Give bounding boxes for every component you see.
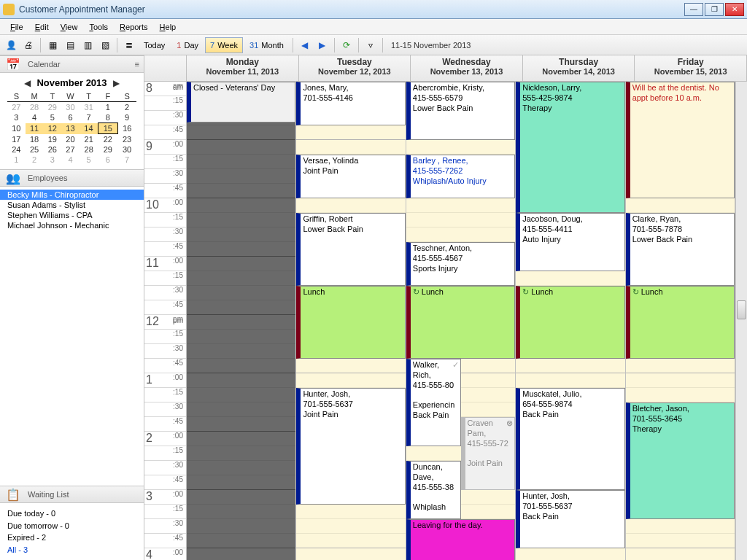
today-button[interactable]: Today [139,37,170,53]
mini-cal-day[interactable]: 17 [7,134,26,145]
mini-calendar-grid[interactable]: SMTWTFS272829303112345678910111213141516… [7,91,136,165]
mini-cal-day[interactable]: 11 [26,123,44,134]
appointment[interactable]: ↻Lunch [516,286,624,359]
menu-file[interactable]: File [4,21,29,33]
menu-reports[interactable]: Reports [114,21,154,33]
mini-cal-day[interactable]: 26 [43,144,61,155]
appointment[interactable]: Leaving for the day. [406,519,515,560]
mini-cal-day[interactable]: 2 [26,155,44,165]
scrollbar-thumb[interactable] [737,300,746,319]
filter-icon[interactable]: ▿ [363,37,379,53]
menu-edit[interactable]: Edit [29,21,55,33]
appointment[interactable]: Jones, Mary,701-555-4146 [296,82,405,125]
day-column-mon[interactable]: Closed - Veterans' Day [187,82,296,560]
waiting-due-tomorrow[interactable]: Due tomorrow - 0 [7,520,136,532]
mini-cal-day[interactable]: 6 [61,112,80,123]
appointment[interactable]: Hunter, Josh,701-555-5637Back Pain [516,490,624,548]
mini-cal-day[interactable]: 16 [117,123,136,134]
mini-cal-day[interactable]: 30 [61,102,80,113]
mini-cal-day[interactable]: 7 [117,155,136,165]
appointment[interactable]: Jacobson, Doug,415-555-4411Auto Injury [516,213,624,271]
mini-cal-day[interactable]: 8 [98,112,118,123]
employees-panel-header[interactable]: 👥 Employees [0,169,144,187]
tool-grid4-icon[interactable]: ▧ [97,37,113,53]
mini-cal-day[interactable]: 3 [43,155,61,165]
mini-cal-day[interactable]: 5 [80,155,98,165]
appointment[interactable]: Musckatel, Julio,654-555-9874Back Pain [516,388,624,490]
appointment[interactable]: Clarke, Ryan,701-555-7878Lower Back Pain [626,213,735,286]
day-column-thu[interactable]: Nickleson, Larry,555-425-9874TherapyJaco… [516,82,625,560]
day-header[interactable]: FridayNovember 15, 2013 [635,55,747,81]
appointment[interactable]: Nickleson, Larry,555-425-9874Therapy [516,82,624,213]
appointment[interactable]: Barley , Renee,415-555-7262Whiplash/Auto… [406,155,515,198]
mini-cal-day[interactable]: 15 [98,123,118,134]
day-column-fri[interactable]: Will be at the dentist. No appt before 1… [626,82,735,560]
day-header[interactable]: TuesdayNovember 12, 2013 [299,55,411,81]
month-view-button[interactable]: 31Month [244,37,289,53]
appointment[interactable]: Hunter, Josh,701-555-5637Joint Pain [296,388,405,505]
waiting-expired[interactable]: Expired - 2 [7,532,136,544]
employee-item[interactable]: Stephen Williams - CPA [0,210,144,220]
mini-cal-day[interactable]: 28 [26,102,44,113]
mini-cal-day[interactable]: 19 [43,134,61,145]
menu-view[interactable]: View [55,21,84,33]
mini-cal-day[interactable]: 30 [117,144,136,155]
mini-cal-day[interactable]: 2 [117,102,136,113]
mini-cal-day[interactable]: 28 [80,144,98,155]
appointment[interactable]: Lunch [296,286,405,359]
next-button[interactable]: ▶ [314,37,330,53]
mini-cal-day[interactable]: 1 [7,155,26,165]
week-view-button[interactable]: 7Week [205,37,243,53]
mini-cal-day[interactable]: 9 [117,112,136,123]
mini-cal-day[interactable]: 12 [43,123,61,134]
mini-cal-day[interactable]: 10 [7,123,26,134]
mini-cal-day[interactable]: 24 [7,144,26,155]
mini-cal-day[interactable]: 1 [98,102,118,113]
employee-item[interactable]: Susan Adams - Stylist [0,200,144,210]
tool-print-icon[interactable]: 🖨 [20,37,36,53]
waiting-panel-header[interactable]: 📋 Waiting List [0,486,144,503]
mini-cal-day[interactable]: 4 [26,112,44,123]
day-header[interactable]: MondayNovember 11, 2013 [187,55,299,81]
schedule-grid[interactable]: 8amam:15:30:459:00:15:30:4510:00:15:30:4… [144,82,735,560]
employee-item[interactable]: Becky Mills - Chiropractor [0,190,144,200]
appointment[interactable]: Versae, YolindaJoint Pain [296,155,405,198]
close-button[interactable]: ✕ [725,3,744,16]
tool-grid2-icon[interactable]: ▤ [62,37,78,53]
appointment[interactable]: ↻Lunch [406,286,515,359]
minimize-button[interactable]: — [684,3,703,16]
mini-cal-day[interactable]: 22 [98,134,118,145]
prev-button[interactable]: ◀ [297,37,313,53]
day-column-wed[interactable]: Abercrombie, Kristy,415-555-6579Lower Ba… [406,82,516,560]
refresh-button[interactable]: ⟳ [338,37,355,53]
mini-cal-day[interactable]: 31 [80,102,98,113]
maximize-button[interactable]: ❐ [705,3,724,16]
appointment[interactable]: Closed - Veterans' Day [187,82,295,122]
mini-cal-day[interactable]: 29 [98,144,118,155]
waiting-due-today[interactable]: Due today - 0 [7,508,136,520]
appointment[interactable]: Teschner, Anton,415-555-4567Sports Injur… [406,242,515,286]
appointment[interactable]: Duncan, Dave,415-555-38Whiplash [406,461,461,519]
menu-tools[interactable]: Tools [83,21,114,33]
prev-month-button[interactable]: ◀ [24,78,31,88]
mini-cal-day[interactable]: 6 [98,155,118,165]
mini-cal-day[interactable]: 5 [43,112,61,123]
day-view-button[interactable]: 1Day [171,37,204,53]
appointment[interactable]: Will be at the dentist. No appt before 1… [626,82,735,198]
calendar-panel-header[interactable]: 📅 Calendar ≡ [0,55,144,73]
day-column-tue[interactable]: Jones, Mary,701-555-4146Versae, YolindaJ… [296,82,406,560]
appointment[interactable]: Griffin, RobertLower Back Pain [296,213,405,286]
tool-list-icon[interactable]: ≣ [121,37,137,53]
appointment[interactable]: CravenPam,415-555-72Joint Pain⊗ [461,417,516,490]
mini-cal-day[interactable]: 25 [26,144,44,155]
appointment[interactable]: Walker, Rich,415-555-80ExperiencinBack P… [406,359,461,446]
appointment[interactable]: Abercrombie, Kristy,415-555-6579Lower Ba… [406,82,515,140]
mini-cal-day[interactable]: 21 [80,134,98,145]
tool-grid3-icon[interactable]: ▥ [80,37,96,53]
mini-cal-day[interactable]: 18 [26,134,44,145]
mini-cal-day[interactable]: 27 [61,144,80,155]
tool-grid1-icon[interactable]: ▦ [44,37,61,53]
mini-cal-day[interactable]: 7 [80,112,98,123]
next-month-button[interactable]: ▶ [113,78,120,88]
vertical-scrollbar[interactable] [735,82,747,560]
